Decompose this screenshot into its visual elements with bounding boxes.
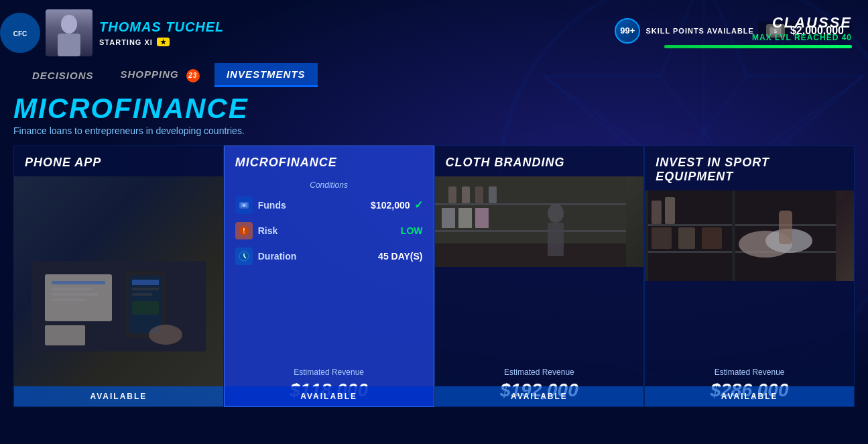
card-phone-app[interactable]: PHONE APP	[13, 146, 224, 407]
manager-figure	[46, 9, 92, 56]
card-phone-app-image	[14, 176, 223, 407]
revenue-label-2: Estimated Revenue	[235, 368, 423, 377]
card-sport-equipment[interactable]: INVEST IN SPORT EQUIPMENT	[644, 146, 855, 407]
max-level: MAX LVL REACHED 40	[752, 33, 852, 42]
progress-bar-fill	[664, 45, 852, 48]
card-cloth-branding[interactable]: CLOTH BRANDING	[434, 146, 645, 407]
tab-investments[interactable]: INVESTMENTS	[214, 63, 318, 87]
tab-shopping[interactable]: SHOPPING 23	[109, 63, 212, 88]
card-cloth-branding-image	[435, 176, 644, 267]
progress-bar-container	[664, 45, 852, 48]
card-phone-app-title: PHONE APP	[14, 146, 223, 176]
card-microfinance-title: MICROFINANCE	[225, 146, 434, 176]
manager-info: THOMAS TUCHEL STARTING XI ★	[99, 19, 224, 46]
condition-row-risk: ! Risk LOW	[235, 222, 423, 239]
cloth-image-overlay	[435, 176, 644, 267]
skill-points-badge: 99+	[615, 18, 640, 44]
svg-rect-11	[58, 34, 80, 56]
condition-value-risk: LOW	[401, 225, 423, 236]
manager-role: STARTING XI ★	[99, 38, 224, 46]
shopping-badge: 23	[186, 69, 200, 82]
card-cloth-branding-title: CLOTH BRANDING	[435, 146, 644, 176]
main-content: MICROFINANCE Finance loans to entreprene…	[0, 88, 868, 407]
revenue-label-3: Estimated Revenue	[446, 368, 633, 377]
svg-point-10	[61, 15, 77, 34]
condition-value-duration: 45 DAY(S)	[378, 251, 422, 262]
investment-cards: PHONE APP	[13, 146, 855, 407]
manager-section: CFC THOMAS TUCHEL STARTING XI ★	[0, 9, 224, 56]
condition-row-funds: Funds $102,000 ✓	[235, 197, 423, 214]
header: CFC THOMAS TUCHEL STARTING XI ★	[0, 0, 868, 60]
star-badge: ★	[157, 38, 170, 46]
header-right: 99+ SKILL POINTS AVAILABLE $ $2,000,000	[615, 18, 852, 48]
risk-icon: !	[235, 222, 253, 239]
manager-photo	[46, 9, 92, 56]
svg-text:!: !	[243, 227, 245, 235]
nav-tabs: DECISIONS SHOPPING 23 INVESTMENTS	[0, 63, 868, 88]
condition-row-duration: Duration 45 DAY(S)	[235, 247, 423, 265]
check-icon-funds: ✓	[414, 199, 423, 211]
condition-name-funds: Funds	[258, 200, 286, 211]
revenue-label-4: Estimated Revenue	[656, 368, 843, 377]
available-bar-2[interactable]: AVAILABLE	[225, 386, 434, 406]
club-badge: CFC	[0, 13, 40, 53]
condition-left-duration: Duration	[235, 247, 297, 265]
condition-value-funds: $102,000 ✓	[371, 199, 422, 211]
card-sport-equipment-image	[645, 190, 854, 281]
conditions-panel: Conditions Funds $102,000 ✓	[225, 176, 434, 362]
card-microfinance[interactable]: MICROFINANCE Conditions Funds $102,000 ✓	[224, 146, 434, 407]
sport-image-overlay	[645, 190, 854, 281]
svg-point-31	[243, 204, 245, 207]
condition-left-risk: ! Risk	[235, 222, 278, 239]
funds-icon	[235, 197, 253, 214]
role-text: STARTING XI	[99, 38, 153, 46]
condition-name-duration: Duration	[258, 251, 297, 262]
investment-subtitle: Finance loans to entrepreneurs in develo…	[13, 125, 855, 136]
manager-name: THOMAS TUCHEL	[99, 19, 224, 35]
duration-icon	[235, 247, 253, 265]
investment-category-title: MICROFINANCE	[13, 95, 855, 123]
available-bar-1[interactable]: AVAILABLE	[14, 386, 223, 406]
conditions-label: Conditions	[235, 180, 423, 190]
available-bar-3[interactable]: AVAILABLE	[435, 386, 644, 406]
condition-left-funds: Funds	[235, 197, 286, 214]
phone-app-image-overlay	[14, 176, 223, 407]
condition-name-risk: Risk	[258, 225, 278, 236]
card-sport-equipment-title: INVEST IN SPORT EQUIPMENT	[645, 146, 854, 190]
player-name: CLAUSSE	[772, 14, 852, 32]
tab-decisions[interactable]: DECISIONS	[20, 64, 106, 87]
svg-text:CFC: CFC	[13, 30, 27, 38]
available-bar-4[interactable]: AVAILABLE	[645, 386, 854, 406]
